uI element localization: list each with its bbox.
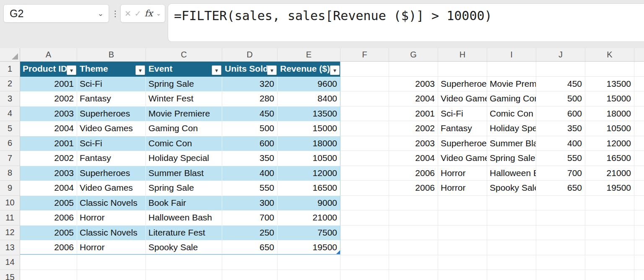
cell-E11[interactable]: 21000 — [278, 210, 340, 226]
row-header-4[interactable]: 4 — [0, 106, 20, 122]
column-header-D[interactable]: D — [222, 48, 278, 61]
cell-C14[interactable] — [146, 255, 222, 270]
cell-H1[interactable] — [438, 62, 487, 77]
cell-I9[interactable]: Spooky Sale — [487, 181, 536, 196]
row-header-8[interactable]: 8 — [0, 166, 20, 181]
cell-E15[interactable] — [278, 270, 340, 280]
cell-E14[interactable] — [278, 255, 340, 270]
cell-L8[interactable] — [634, 166, 644, 181]
cell-F3[interactable] — [340, 91, 389, 106]
cell-J13[interactable] — [536, 240, 585, 255]
column-header-C[interactable]: C — [146, 48, 222, 61]
cell-E12[interactable]: 7500 — [278, 226, 340, 241]
cell-B15[interactable] — [77, 270, 146, 280]
name-box[interactable]: G2 ⌄ — [3, 4, 109, 23]
cell-D14[interactable] — [222, 255, 278, 270]
cell-A9[interactable]: 2004 — [20, 181, 77, 196]
row-header-3[interactable]: 3 — [0, 91, 20, 106]
cell-L14[interactable] — [634, 255, 644, 270]
cell-C5[interactable]: Gaming Con — [146, 121, 222, 136]
cell-G12[interactable] — [389, 226, 438, 241]
cell-F8[interactable] — [340, 166, 389, 181]
row-header-2[interactable]: 2 — [0, 77, 20, 92]
cell-B1[interactable]: Theme▾ — [77, 62, 146, 77]
cell-C10[interactable]: Book Fair — [146, 196, 222, 211]
cell-L1[interactable] — [634, 62, 644, 77]
row-header-15[interactable]: 15 — [0, 270, 20, 280]
cell-C7[interactable]: Holiday Special — [146, 151, 222, 166]
cell-B10[interactable]: Classic Novels — [77, 196, 146, 211]
enter-icon[interactable]: ✓ — [135, 9, 141, 18]
cell-C3[interactable]: Winter Fest — [146, 91, 222, 106]
cell-L15[interactable] — [634, 270, 644, 280]
select-all-button[interactable] — [0, 48, 20, 62]
cell-E1[interactable]: Revenue ($)▾ — [278, 62, 340, 77]
cell-D15[interactable] — [222, 270, 278, 280]
row-header-7[interactable]: 7 — [0, 151, 20, 166]
cell-J4[interactable]: 600 — [536, 106, 585, 122]
filter-button-product-id[interactable]: ▾ — [67, 65, 76, 75]
cell-H7[interactable]: Video Games — [438, 151, 487, 166]
cell-A8[interactable]: 2003 — [20, 166, 77, 181]
cell-L10[interactable] — [634, 196, 644, 211]
cell-B11[interactable]: Horror — [77, 210, 146, 226]
table-resize-handle[interactable] — [336, 250, 340, 254]
cell-B3[interactable]: Fantasy — [77, 91, 146, 106]
cell-F15[interactable] — [340, 270, 389, 280]
cell-E8[interactable]: 12000 — [278, 166, 340, 181]
cell-I10[interactable] — [487, 196, 536, 211]
cell-K15[interactable] — [585, 270, 634, 280]
cell-H14[interactable] — [438, 255, 487, 270]
cell-E4[interactable]: 13500 — [278, 106, 340, 122]
cell-G15[interactable] — [389, 270, 438, 280]
cell-J1[interactable] — [536, 62, 585, 77]
cell-E5[interactable]: 15000 — [278, 121, 340, 136]
cell-H9[interactable]: Horror — [438, 181, 487, 196]
column-header-J[interactable]: J — [536, 48, 585, 61]
cell-G14[interactable] — [389, 255, 438, 270]
cell-J12[interactable] — [536, 226, 585, 241]
cell-D12[interactable]: 250 — [222, 226, 278, 241]
cell-L9[interactable] — [634, 181, 644, 196]
cell-G11[interactable] — [389, 210, 438, 226]
cell-D13[interactable]: 650 — [222, 240, 278, 255]
cell-D6[interactable]: 600 — [222, 136, 278, 151]
cell-J3[interactable]: 500 — [536, 91, 585, 106]
cell-E2[interactable]: 9600 — [278, 77, 340, 92]
cell-H13[interactable] — [438, 240, 487, 255]
column-header-I[interactable]: I — [487, 48, 536, 61]
cell-F9[interactable] — [340, 181, 389, 196]
cell-I15[interactable] — [487, 270, 536, 280]
cell-I14[interactable] — [487, 255, 536, 270]
column-header-G[interactable]: G — [389, 48, 438, 61]
cell-L12[interactable] — [634, 226, 644, 241]
cell-B4[interactable]: Superheroes — [77, 106, 146, 122]
cell-D8[interactable]: 400 — [222, 166, 278, 181]
cell-I11[interactable] — [487, 210, 536, 226]
cell-J15[interactable] — [536, 270, 585, 280]
row-header-5[interactable]: 5 — [0, 121, 20, 136]
cell-H4[interactable]: Sci-Fi — [438, 106, 487, 122]
cell-C12[interactable]: Literature Fest — [146, 226, 222, 241]
cell-K4[interactable]: 18000 — [585, 106, 634, 122]
row-header-11[interactable]: 11 — [0, 210, 20, 226]
cell-C11[interactable]: Halloween Bash — [146, 210, 222, 226]
cell-K5[interactable]: 10500 — [585, 121, 634, 136]
column-header-F[interactable]: F — [340, 48, 389, 61]
cell-C1[interactable]: Event▾ — [146, 62, 222, 77]
row-header-14[interactable]: 14 — [0, 255, 20, 270]
cancel-icon[interactable]: ✕ — [125, 9, 131, 18]
cell-A2[interactable]: 2001 — [20, 77, 77, 92]
cell-L3[interactable] — [634, 91, 644, 106]
cell-H5[interactable]: Fantasy — [438, 121, 487, 136]
cell-I1[interactable] — [487, 62, 536, 77]
cell-H12[interactable] — [438, 226, 487, 241]
cell-A4[interactable]: 2003 — [20, 106, 77, 122]
cell-A11[interactable]: 2006 — [20, 210, 77, 226]
cell-A15[interactable] — [20, 270, 77, 280]
cell-J5[interactable]: 350 — [536, 121, 585, 136]
cell-F4[interactable] — [340, 106, 389, 122]
cell-J14[interactable] — [536, 255, 585, 270]
chevron-down-icon[interactable]: ⌄ — [98, 9, 104, 18]
cell-F5[interactable] — [340, 121, 389, 136]
